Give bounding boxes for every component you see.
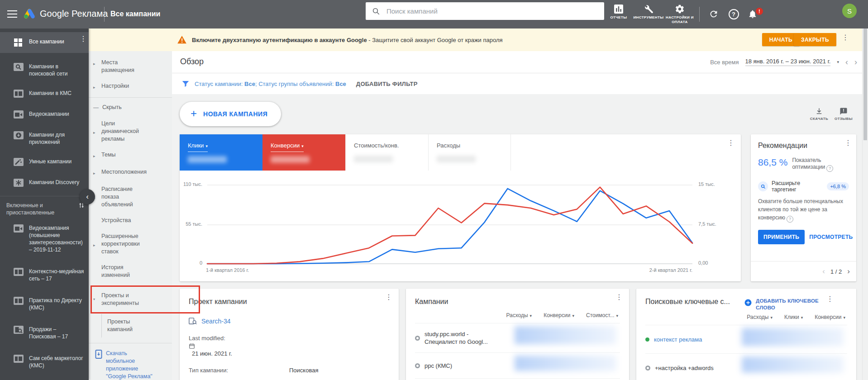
keyword-row[interactable]: +настройка +adwords: [645, 353, 847, 380]
apply-button[interactable]: ПРИМЕНИТЬ: [758, 230, 805, 244]
display-campaign-icon: [14, 90, 24, 98]
sidebar-item-display-campaigns[interactable]: Кампании в КМС: [0, 86, 89, 102]
date-prev-icon[interactable]: ‹: [845, 57, 848, 67]
sidebar-item-search-campaigns[interactable]: Кампании в поисковой сети: [0, 59, 89, 81]
column-selector-clicks[interactable]: Клики▾: [784, 314, 803, 320]
google-ads-logo-icon: [24, 8, 35, 19]
add-keyword-link[interactable]: ДОБАВИТЬ КЛЮЧЕВОЕ СЛОВО: [756, 298, 824, 311]
dropdown-icon: ▾: [530, 314, 532, 318]
settings-billing-button[interactable]: НАСТРОЙКИ И ОПЛАТА: [663, 4, 696, 24]
campaigns-card-more-icon[interactable]: ⋮: [615, 296, 623, 299]
metric-tile-cost[interactable]: Расходы: [428, 134, 511, 171]
status-dot-paused: [415, 363, 420, 368]
sidebar-item-video-campaigns[interactable]: Видеокампании: [0, 107, 89, 123]
metric-tile-clicks[interactable]: Клики▾: [180, 134, 262, 171]
page-next-icon[interactable]: ›: [847, 267, 850, 276]
recommendations-more-icon[interactable]: ⋮: [844, 142, 852, 144]
brand[interactable]: Google Реклама: [24, 8, 108, 19]
submenu-item-hide[interactable]: — Скрыть: [89, 100, 172, 116]
draft-doc-search-icon: [189, 318, 197, 325]
active-filters[interactable]: Статус кампании: Все; Статус группы объя…: [195, 81, 346, 87]
column-selector-cost[interactable]: Расходы▾: [506, 312, 532, 318]
campaign-row[interactable]: ppc (КМС): [415, 352, 620, 378]
column-selector-cost-per[interactable]: Стоимост...▾: [586, 312, 618, 318]
submenu-item-change-history[interactable]: История изменений: [89, 260, 172, 283]
submenu-item-ad-schedule[interactable]: ▸ Расписание показа объявлений: [89, 181, 172, 213]
download-chart-button[interactable]: СКАЧАТЬ: [809, 107, 830, 121]
keywords-card-more-icon[interactable]: ⋮: [826, 298, 834, 300]
help-button[interactable]: ?: [726, 6, 741, 22]
draft-card-title: Проект кампании: [189, 298, 390, 306]
menu-icon[interactable]: [7, 10, 17, 18]
add-circle-icon[interactable]: [744, 299, 752, 307]
draft-card-more-icon[interactable]: ⋮: [385, 296, 392, 299]
banner-more-icon[interactable]: ⋮: [842, 36, 849, 39]
gear-icon: [675, 4, 685, 14]
add-filter-button[interactable]: ДОБАВИТЬ ФИЛЬТР: [356, 81, 418, 87]
collapse-sidebar-button[interactable]: ‹: [80, 189, 95, 204]
avatar[interactable]: S: [842, 4, 857, 18]
refresh-button[interactable]: [706, 6, 721, 22]
sidebar-campaign-sam-kms[interactable]: Сам себе маркетолог (КМС): [0, 351, 89, 373]
topbar-divider-2: [699, 7, 700, 22]
redacted-value: [437, 156, 476, 162]
download-app-link[interactable]: Скачать мобильное приложение "Google Рек…: [89, 343, 172, 380]
column-selector-conversions[interactable]: Конверсии▾: [544, 312, 574, 318]
sidebar-campaign-praktika[interactable]: Практика по Директу (КМС): [0, 293, 89, 315]
chart-card-more-icon[interactable]: ⋮: [727, 142, 734, 144]
display-campaign-icon: [14, 355, 24, 363]
keyword-row[interactable]: контекст реклама: [645, 325, 847, 353]
all-campaigns-more-icon[interactable]: ⋮: [80, 38, 87, 40]
campaign-row[interactable]: ppc.world - PSA: [415, 378, 620, 380]
banner-close-button[interactable]: ЗАКРЫТЬ: [794, 33, 836, 46]
sidebar-item-app-campaigns[interactable]: Кампании для приложений: [0, 128, 89, 149]
sidebar-campaign-kms-17[interactable]: Контекстно-медийная сеть – 17: [0, 264, 89, 286]
mobile-phone-icon: [95, 350, 102, 380]
sidebar-item-smart-campaigns[interactable]: Умные кампании: [0, 154, 89, 170]
metric-tile-cost-per-conv[interactable]: Стоимость/конв.: [345, 134, 428, 171]
uplift-badge: +6,8 %: [827, 182, 849, 190]
chevron-right-icon: ▸: [93, 233, 98, 256]
reports-icon: [614, 4, 624, 14]
metric-tile-conversions[interactable]: Конверсии▾: [262, 134, 345, 171]
sidebar-group-enabled-paused: Включенные и приостановленные: [0, 201, 89, 221]
submenu-item-settings[interactable]: ▸ Настройки: [89, 78, 172, 95]
sidebar-item-all-campaigns[interactable]: Все кампании ⋮: [0, 32, 89, 53]
draft-name-link[interactable]: Search-34: [201, 318, 231, 325]
plus-icon: +: [191, 107, 197, 120]
chevron-right-icon: ▸: [93, 82, 98, 91]
campaign-row[interactable]: study.ppc.world - Специалист по Googl...: [415, 323, 620, 352]
draft-row-last-modified: Last modified:21 июн. 2021 г.: [189, 334, 390, 358]
vertical-scrollbar[interactable]: [862, 28, 868, 380]
info-icon[interactable]: ?: [787, 216, 793, 223]
info-icon[interactable]: ?: [826, 165, 833, 172]
page-prev-icon[interactable]: ‹: [822, 267, 825, 276]
submenu-item-bid-adjustments[interactable]: ▸ Расширенные корректировки ставок: [89, 228, 172, 260]
new-campaign-button[interactable]: + НОВАЯ КАМПАНИЯ: [180, 102, 281, 126]
recommendation-title[interactable]: Расширьте таргетинг: [772, 180, 823, 193]
recommendation-description: Охватите больше потенциальных клиентов п…: [758, 197, 848, 223]
view-button[interactable]: ПРОСМОТРЕТЬ: [809, 234, 853, 240]
submenu-item-devices[interactable]: Устройства: [89, 213, 172, 228]
feedback-button[interactable]: ОТЗЫВЫ: [833, 107, 854, 121]
submenu-item-dynamic-goals[interactable]: ▸ Цели динамической рекламы: [89, 116, 172, 147]
date-range-selector[interactable]: 18 янв. 2016 г. – 23 июн. 2021 г.: [745, 58, 831, 66]
search-box[interactable]: [366, 2, 604, 20]
notifications-button[interactable]: !: [745, 6, 760, 22]
date-dropdown-icon[interactable]: ▾: [837, 60, 839, 64]
column-selector-conversions[interactable]: Конверсии▾: [815, 314, 845, 320]
search-input[interactable]: [386, 7, 577, 15]
submenu-item-locations[interactable]: ▸ Местоположения: [89, 164, 172, 181]
sidebar-item-discovery-campaigns[interactable]: Кампании Discovery: [0, 175, 89, 191]
tools-button[interactable]: ИНСТРУМЕНТЫ: [631, 4, 666, 20]
sidebar-campaign-prodazhi[interactable]: Продажи – Поисковая – 17: [0, 322, 89, 344]
submenu-item-campaign-drafts[interactable]: Проекты кампаний: [101, 314, 172, 337]
column-selector-cost[interactable]: Расходы▾: [747, 314, 773, 320]
submenu-item-placements[interactable]: ▸ Места размещения: [89, 55, 172, 78]
y-axis-tick: 0: [180, 260, 202, 266]
sidebar-campaign-video-2019[interactable]: Видеокампания (повышение заинтересованно…: [0, 221, 89, 257]
submenu-item-drafts-experiments[interactable]: ▾ Проекты и эксперименты: [89, 288, 172, 311]
submenu-item-topics[interactable]: ▸ Темы: [89, 147, 172, 164]
date-next-icon[interactable]: ›: [854, 57, 857, 67]
scrollbar-thumb[interactable]: [863, 28, 867, 140]
